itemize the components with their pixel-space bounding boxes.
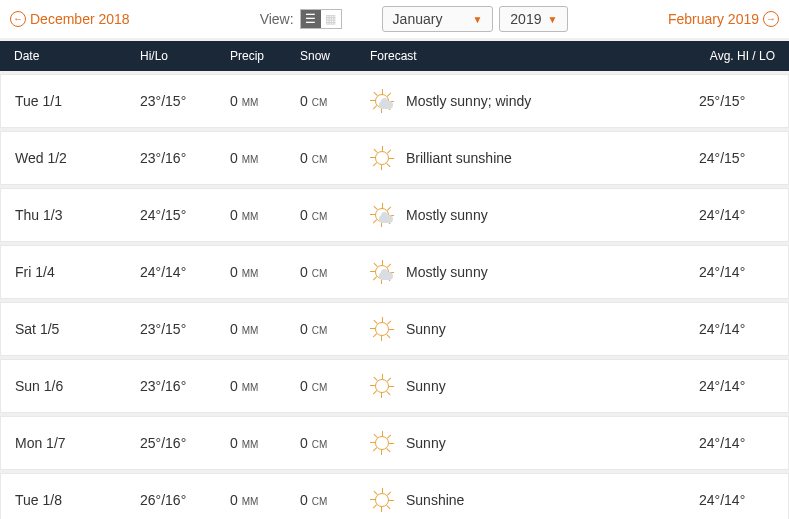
mostly-sunny-icon [370, 260, 394, 284]
cell-hilo: 23°/15° [130, 302, 220, 356]
year-select[interactable]: 2019 ▼ [499, 6, 568, 32]
cell-avg: 24°/14° [689, 302, 789, 356]
table-row[interactable]: Fri 1/424°/14°0 MM0 CMMostly sunny24°/14… [0, 245, 789, 299]
forecast-text: Mostly sunny [406, 264, 488, 280]
cell-precip: 0 MM [220, 473, 290, 519]
arrow-left-icon: ← [10, 11, 26, 27]
next-month-label: February 2019 [668, 11, 759, 27]
cell-avg: 24°/14° [689, 416, 789, 470]
cell-snow: 0 CM [290, 302, 360, 356]
sunny-icon [370, 431, 394, 455]
prev-month-link[interactable]: ← December 2018 [10, 11, 130, 27]
cell-avg: 24°/15° [689, 131, 789, 185]
sunny-icon [370, 146, 394, 170]
cell-forecast: Brilliant sunshine [360, 131, 689, 185]
forecast-text: Sunny [406, 321, 446, 337]
cell-snow: 0 CM [290, 131, 360, 185]
cell-avg: 24°/14° [689, 188, 789, 242]
view-label: View: [260, 11, 294, 27]
cell-avg: 25°/15° [689, 74, 789, 128]
cell-forecast: Sunny [360, 302, 689, 356]
month-select[interactable]: January ▼ [382, 6, 494, 32]
cell-hilo: 26°/16° [130, 473, 220, 519]
cell-snow: 0 CM [290, 245, 360, 299]
cell-avg: 24°/14° [689, 359, 789, 413]
cell-snow: 0 CM [290, 416, 360, 470]
cell-date: Sat 1/5 [0, 302, 130, 356]
cell-precip: 0 MM [220, 74, 290, 128]
cell-precip: 0 MM [220, 245, 290, 299]
cell-date: Mon 1/7 [0, 416, 130, 470]
cell-forecast: Mostly sunny [360, 188, 689, 242]
cell-forecast: Mostly sunny [360, 245, 689, 299]
forecast-text: Mostly sunny; windy [406, 93, 531, 109]
forecast-text: Brilliant sunshine [406, 150, 512, 166]
view-toggle: ☰ ▦ [300, 9, 342, 29]
cell-hilo: 25°/16° [130, 416, 220, 470]
cell-date: Thu 1/3 [0, 188, 130, 242]
cell-avg: 24°/14° [689, 245, 789, 299]
cell-hilo: 24°/14° [130, 245, 220, 299]
cell-date: Tue 1/1 [0, 74, 130, 128]
cell-date: Wed 1/2 [0, 131, 130, 185]
cell-date: Sun 1/6 [0, 359, 130, 413]
cell-precip: 0 MM [220, 302, 290, 356]
forecast-text: Sunny [406, 435, 446, 451]
chevron-down-icon: ▼ [547, 14, 557, 25]
table-row[interactable]: Sat 1/523°/15°0 MM0 CMSunny24°/14° [0, 302, 789, 356]
header-forecast: Forecast [360, 41, 689, 71]
table-row[interactable]: Tue 1/826°/16°0 MM0 CMSunshine24°/14° [0, 473, 789, 519]
cell-forecast: Sunny [360, 359, 689, 413]
table-row[interactable]: Tue 1/123°/15°0 MM0 CMMostly sunny; wind… [0, 74, 789, 128]
cell-precip: 0 MM [220, 188, 290, 242]
table-header-row: Date Hi/Lo Precip Snow Forecast Avg. HI … [0, 41, 789, 71]
month-select-value: January [393, 11, 443, 27]
table-row[interactable]: Mon 1/725°/16°0 MM0 CMSunny24°/14° [0, 416, 789, 470]
cell-forecast: Mostly sunny; windy [360, 74, 689, 128]
cell-snow: 0 CM [290, 359, 360, 413]
cell-forecast: Sunshine [360, 473, 689, 519]
cell-precip: 0 MM [220, 131, 290, 185]
forecast-text: Sunny [406, 378, 446, 394]
next-month-link[interactable]: February 2019 → [668, 11, 779, 27]
cell-hilo: 23°/15° [130, 74, 220, 128]
header-date: Date [0, 41, 130, 71]
cell-snow: 0 CM [290, 74, 360, 128]
calendar-view-icon[interactable]: ▦ [321, 10, 341, 28]
forecast-text: Mostly sunny [406, 207, 488, 223]
cell-date: Tue 1/8 [0, 473, 130, 519]
table-row[interactable]: Sun 1/623°/16°0 MM0 CMSunny24°/14° [0, 359, 789, 413]
table-row[interactable]: Wed 1/223°/16°0 MM0 CMBrilliant sunshine… [0, 131, 789, 185]
cell-hilo: 23°/16° [130, 359, 220, 413]
cell-snow: 0 CM [290, 188, 360, 242]
year-select-value: 2019 [510, 11, 541, 27]
cell-hilo: 23°/16° [130, 131, 220, 185]
header-snow: Snow [290, 41, 360, 71]
header-precip: Precip [220, 41, 290, 71]
cell-avg: 24°/14° [689, 473, 789, 519]
forecast-table: Date Hi/Lo Precip Snow Forecast Avg. HI … [0, 38, 789, 519]
header-hilo: Hi/Lo [130, 41, 220, 71]
forecast-text: Sunshine [406, 492, 464, 508]
sunny-icon [370, 317, 394, 341]
table-row[interactable]: Thu 1/324°/15°0 MM0 CMMostly sunny24°/14… [0, 188, 789, 242]
cell-hilo: 24°/15° [130, 188, 220, 242]
mostly-sunny-icon [370, 89, 394, 113]
cell-date: Fri 1/4 [0, 245, 130, 299]
sunny-icon [370, 374, 394, 398]
chevron-down-icon: ▼ [472, 14, 482, 25]
arrow-right-icon: → [763, 11, 779, 27]
header-avg: Avg. HI / LO [689, 41, 789, 71]
cell-snow: 0 CM [290, 473, 360, 519]
mostly-sunny-icon [370, 203, 394, 227]
cell-forecast: Sunny [360, 416, 689, 470]
sunny-icon [370, 488, 394, 512]
cell-precip: 0 MM [220, 416, 290, 470]
list-view-icon[interactable]: ☰ [301, 10, 321, 28]
prev-month-label: December 2018 [30, 11, 130, 27]
cell-precip: 0 MM [220, 359, 290, 413]
